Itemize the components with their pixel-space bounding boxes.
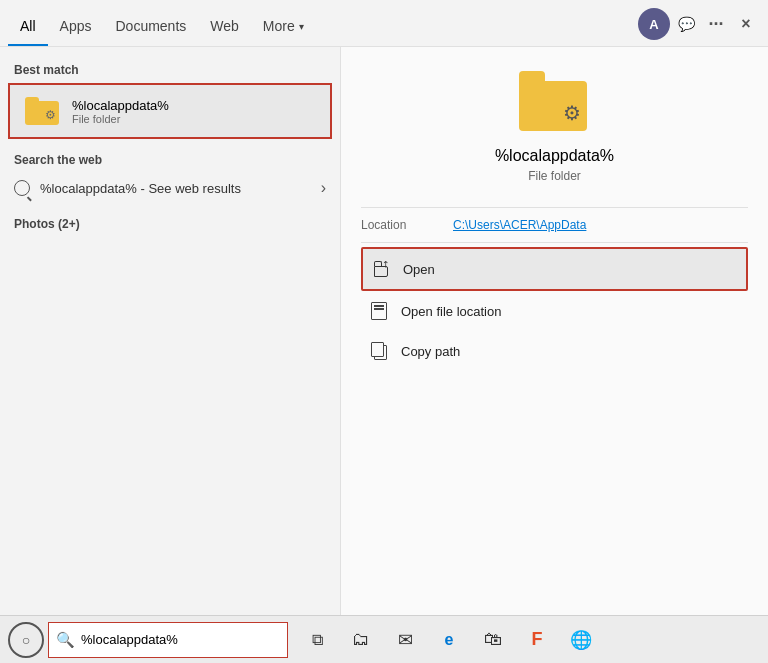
close-button[interactable]: × bbox=[732, 10, 760, 38]
web-search-label: Search the web bbox=[0, 149, 340, 171]
best-match-title: %localappdata% bbox=[72, 98, 169, 113]
chrome-button[interactable]: 🌐 bbox=[560, 619, 602, 661]
cortana-icon: ○ bbox=[22, 632, 30, 648]
web-search-query: %localappdata% bbox=[40, 181, 137, 196]
taskbar: ○ 🔍 ⧉ 🗂 ✉ e 🛍 F bbox=[0, 615, 768, 663]
avatar-button[interactable]: A bbox=[638, 8, 670, 40]
file-explorer-icon: 🗂 bbox=[352, 629, 370, 650]
task-view-button[interactable]: ⧉ bbox=[296, 619, 338, 661]
feedback-button[interactable]: 💬 bbox=[672, 10, 700, 38]
taskbar-search-input[interactable] bbox=[81, 632, 287, 647]
chrome-icon: 🌐 bbox=[570, 629, 592, 651]
main-content: Best match ⚙ %localappdata% File folder bbox=[0, 47, 768, 615]
tab-more[interactable]: More ▾ bbox=[251, 6, 316, 46]
cortana-button[interactable]: ○ bbox=[8, 622, 44, 658]
best-match-item[interactable]: ⚙ %localappdata% File folder bbox=[8, 83, 332, 139]
tab-web[interactable]: Web bbox=[198, 6, 251, 46]
figma-button[interactable]: F bbox=[516, 619, 558, 661]
edge-button[interactable]: e bbox=[428, 619, 470, 661]
nav-right-buttons: A 💬 ··· × bbox=[638, 8, 760, 46]
best-match-label: Best match bbox=[0, 59, 340, 81]
tab-apps[interactable]: Apps bbox=[48, 6, 104, 46]
right-panel: ⚙ %localappdata% File folder Location C:… bbox=[340, 47, 768, 615]
photos-label: Photos (2+) bbox=[0, 209, 340, 235]
taskbar-search-icon: 🔍 bbox=[49, 623, 81, 657]
web-search-section: Search the web %localappdata% - See web … bbox=[0, 149, 340, 205]
open-icon: ↗ bbox=[371, 259, 391, 279]
tab-documents[interactable]: Documents bbox=[103, 6, 198, 46]
mail-button[interactable]: ✉ bbox=[384, 619, 426, 661]
location-value[interactable]: C:\Users\ACER\AppData bbox=[453, 218, 586, 232]
location-label: Location bbox=[361, 218, 441, 232]
nav-tabs: All Apps Documents Web More ▾ A 💬 ··· × bbox=[0, 0, 768, 47]
copy-path-action[interactable]: Copy path bbox=[361, 331, 748, 371]
taskbar-search-bar[interactable]: 🔍 bbox=[48, 622, 288, 658]
more-options-button[interactable]: ··· bbox=[702, 10, 730, 38]
left-panel: Best match ⚙ %localappdata% File folder bbox=[0, 47, 340, 615]
store-icon: 🛍 bbox=[484, 629, 502, 650]
tab-all[interactable]: All bbox=[8, 6, 48, 46]
task-view-icon: ⧉ bbox=[312, 631, 323, 649]
store-button[interactable]: 🛍 bbox=[472, 619, 514, 661]
chevron-down-icon: ▾ bbox=[299, 21, 304, 32]
file-explorer-button[interactable]: 🗂 bbox=[340, 619, 382, 661]
web-search-item[interactable]: %localappdata% - See web results › bbox=[0, 171, 340, 205]
copy-path-label: Copy path bbox=[401, 344, 460, 359]
open-file-location-action[interactable]: Open file location bbox=[361, 291, 748, 331]
detail-folder-icon: ⚙ bbox=[519, 71, 591, 131]
open-file-location-label: Open file location bbox=[401, 304, 501, 319]
detail-subtitle: File folder bbox=[528, 169, 581, 183]
search-icon bbox=[14, 180, 30, 196]
location-row: Location C:\Users\ACER\AppData bbox=[361, 207, 748, 243]
web-search-arrow-icon: › bbox=[321, 179, 326, 197]
best-match-text: %localappdata% File folder bbox=[72, 98, 169, 125]
gear-icon: ⚙ bbox=[45, 108, 56, 122]
file-location-icon bbox=[369, 301, 389, 321]
detail-gear-icon: ⚙ bbox=[563, 101, 581, 125]
mail-icon: ✉ bbox=[398, 629, 413, 651]
figma-icon: F bbox=[532, 629, 543, 650]
edge-icon: e bbox=[445, 631, 454, 649]
copy-path-icon bbox=[369, 341, 389, 361]
search-window: All Apps Documents Web More ▾ A 💬 ··· × bbox=[0, 0, 768, 663]
best-match-subtitle: File folder bbox=[72, 113, 169, 125]
folder-icon: ⚙ bbox=[24, 93, 60, 129]
taskbar-center-icons: ⧉ 🗂 ✉ e 🛍 F 🌐 bbox=[296, 619, 602, 661]
detail-title: %localappdata% bbox=[495, 147, 614, 165]
open-action[interactable]: ↗ Open bbox=[361, 247, 748, 291]
web-search-text: %localappdata% - See web results bbox=[40, 181, 311, 196]
open-action-label: Open bbox=[403, 262, 435, 277]
web-search-suffix: - See web results bbox=[137, 181, 241, 196]
